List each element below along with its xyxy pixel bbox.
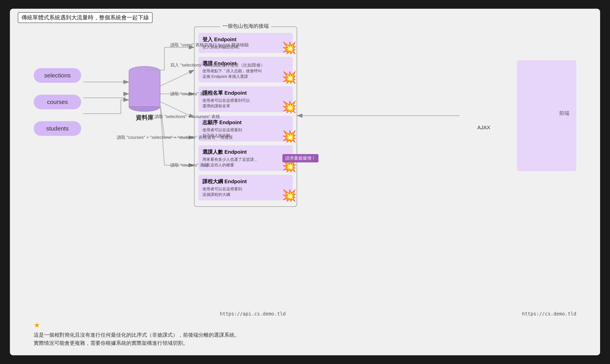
endpoint-count-title: 選課人數 Endpoint	[202, 149, 289, 156]
highlight-badge: 請求量最爆增！	[282, 154, 318, 162]
slide: 傳統單體式系統遇到大流量時，整個系統會一起下線 selections cours…	[10, 9, 600, 355]
backend-title: 一個包山包海的後端	[220, 23, 271, 29]
arrow-label-4: 讀取 "selections" + "courses" 表格	[155, 114, 220, 120]
table-students: students	[34, 121, 81, 136]
burst-icon-login: 💥	[282, 41, 297, 55]
cylinder-body	[129, 71, 160, 107]
arrow-label-3: 讀取 "courses" 表格	[170, 91, 208, 97]
endpoint-course-list-desc: 使用者可以在這裡看到可以選擇的課程名單	[202, 98, 289, 109]
endpoint-syllabus-title: 課程大綱 Endpoint	[202, 178, 289, 185]
endpoint-course-list: 課程名單 Endpoint 使用者可以在這裡看到可以選擇的課程名單 💥	[198, 86, 293, 112]
burst-icon-syllabus: 💥	[282, 188, 297, 202]
endpoint-count: 選課人數 Endpoint 用來看有多少人也選了這堂課，以及這些人的權重 💥 請…	[198, 145, 293, 171]
title-badge: 傳統單體式系統遇到大流量時，整個系統會一起下線	[18, 12, 153, 23]
endpoint-syllabus-desc: 使用者可以在這裡看到這個課程的大綱	[202, 186, 289, 197]
arrows-svg	[10, 9, 600, 355]
db-tables-group: selections courses students	[34, 68, 81, 136]
footer-line1: 這是一個相對簡化且沒有進行任何最佳化的比序式（非搶課式），前後端分離的選課系統。	[34, 331, 576, 339]
burst-icon-preference: 💥	[282, 129, 297, 143]
table-courses: courses	[34, 95, 81, 109]
endpoint-preference-title: 志願序 Endpoint	[202, 119, 289, 126]
url-api: https://api.cs.demo.tld	[220, 311, 286, 317]
arrow-label-5: 讀取 "courses" + "selections" + "students"…	[117, 134, 233, 140]
endpoint-count-desc: 用來看有多少人也選了這堂課，以及這些人的權重	[202, 157, 289, 168]
burst-icon-selection: 💥	[282, 70, 297, 84]
arrow-label-2: 寫入 "selections" 表格以及進行檢查（比如限修）	[170, 62, 265, 68]
database-cylinder: 資料庫	[129, 66, 160, 122]
arrow-label-6: 讀取 "courses" 表格	[170, 162, 208, 168]
burst-icon-course-list: 💥	[282, 100, 297, 114]
endpoint-course-list-title: 課程名單 Endpoint	[202, 90, 289, 96]
footer-text: ★ 這是一個相對簡化且沒有進行任何最佳化的比序式（非搶課式），前後端分離的選課系…	[34, 321, 576, 347]
footer-line2: 實際情況可能會更複雜，需要你根據系統的實際架構進行領域切割。	[34, 339, 576, 347]
endpoint-selection: 選課 Endpoint 使用者點下「排入志願」後會呼叫這個 Endpoint 來…	[198, 57, 293, 82]
ajax-label: AJAX	[477, 125, 490, 131]
endpoint-selection-desc: 使用者點下「排入志願」後會呼叫這個 Endpoint 來插入選課	[202, 68, 289, 79]
footer-star: ★	[34, 321, 576, 329]
endpoint-syllabus: 課程大綱 Endpoint 使用者可以在這裡看到這個課程的大綱 💥	[198, 175, 293, 200]
frontend-label: 前端	[559, 110, 569, 117]
url-cs: https://cs.demo.tld	[522, 311, 576, 317]
table-selections: selections	[34, 68, 81, 83]
arrow-label-1: 讀取 "users" 表格並進行 bcrypt 雜湊檢驗	[170, 42, 249, 48]
